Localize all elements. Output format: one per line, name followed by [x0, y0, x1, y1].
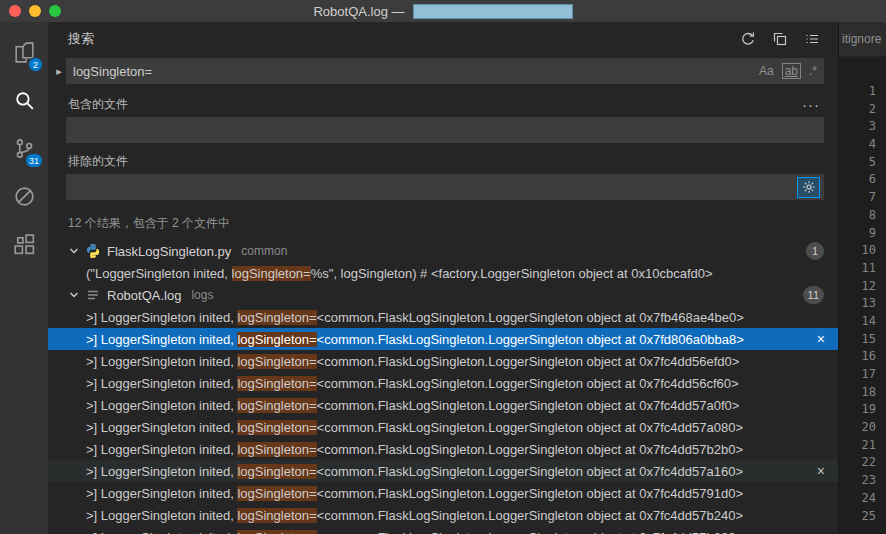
activity-badge: 2 — [28, 57, 43, 72]
regex-toggle[interactable]: .* — [809, 64, 817, 78]
line-number: 11 — [839, 260, 886, 278]
match-row[interactable]: >] LoggerSingleton inited, logSingleton=… — [48, 416, 838, 438]
match-highlight: logSingleton= — [237, 508, 316, 523]
line-number: 4 — [839, 136, 886, 154]
redacted-title-segment — [413, 4, 573, 19]
close-icon[interactable]: × — [817, 460, 825, 482]
editor-tab-gitignore[interactable]: itignore — [839, 22, 886, 57]
match-row[interactable]: >] LoggerSingleton inited, logSingleton=… — [48, 460, 838, 482]
match-count-badge: 11 — [803, 286, 824, 304]
close-window-button[interactable] — [9, 5, 21, 17]
activity-item-source-control[interactable]: 31 — [0, 124, 48, 172]
file-row[interactable]: RobotQA.loglogs11 — [48, 284, 838, 306]
results-tree: FlaskLogSingleton.pycommon1("LoggerSingl… — [48, 240, 838, 534]
panel-title: 搜索 — [68, 30, 94, 48]
activity-item-explorer[interactable]: 2 — [0, 28, 48, 76]
line-number: 20 — [839, 419, 886, 437]
search-input[interactable]: logSingleton= Aa ab .* — [66, 58, 824, 84]
file-dir: common — [241, 244, 287, 258]
match-count-badge: 1 — [806, 242, 824, 260]
match-text: >] LoggerSingleton inited, logSingleton=… — [86, 530, 743, 534]
line-number: 7 — [839, 189, 886, 207]
search-query-row: ▸ logSingleton= Aa ab .* — [48, 56, 838, 88]
line-number: 5 — [839, 154, 886, 172]
line-number: 22 — [839, 454, 886, 472]
line-number: 21 — [839, 437, 886, 455]
line-number: 10 — [839, 242, 886, 260]
include-files-input[interactable] — [66, 117, 824, 143]
match-highlight: logSingleton= — [237, 354, 316, 369]
breadcrumbs — [839, 57, 886, 81]
match-case-toggle[interactable]: Aa — [759, 64, 774, 78]
chevron-down-icon[interactable] — [66, 243, 82, 259]
activity-item-extensions[interactable] — [0, 220, 48, 268]
editor-tab-label: itignore — [842, 32, 881, 46]
match-text: >] LoggerSingleton inited, logSingleton=… — [86, 354, 739, 369]
file-name: RobotQA.log — [107, 288, 181, 303]
open-in-editor-icon[interactable] — [772, 31, 788, 47]
match-highlight: logSingleton= — [237, 310, 316, 325]
match-text: >] LoggerSingleton inited, logSingleton=… — [86, 332, 744, 347]
match-text: >] LoggerSingleton inited, logSingleton=… — [86, 442, 743, 457]
match-row[interactable]: >] LoggerSingleton inited, logSingleton=… — [48, 526, 838, 534]
match-highlight: logSingleton= — [237, 376, 316, 391]
match-text: >] LoggerSingleton inited, logSingleton=… — [86, 464, 743, 479]
traffic-lights — [9, 5, 61, 17]
titlebar: RobotQA.log — — [0, 0, 886, 22]
activity-bar: 231 — [0, 22, 48, 534]
match-highlight: logSingleton= — [237, 486, 316, 501]
exclude-files-row: 排除的文件 — [48, 145, 838, 172]
log-file-icon — [85, 287, 101, 303]
match-highlight: logSingleton= — [237, 332, 316, 347]
view-as-list-icon[interactable] — [804, 31, 820, 47]
line-number: 14 — [839, 313, 886, 331]
exclude-files-input[interactable] — [66, 174, 824, 200]
match-row[interactable]: >] LoggerSingleton inited, logSingleton=… — [48, 372, 838, 394]
match-row[interactable]: >] LoggerSingleton inited, logSingleton=… — [48, 394, 838, 416]
chevron-down-icon[interactable] — [66, 287, 82, 303]
match-highlight: logSingleton= — [232, 266, 311, 281]
line-number: 24 — [839, 490, 886, 508]
match-row[interactable]: >] LoggerSingleton inited, logSingleton=… — [48, 482, 838, 504]
whole-word-toggle[interactable]: ab — [782, 63, 801, 79]
match-row[interactable]: ("LoggerSingleton inited, logSingleton=%… — [48, 262, 838, 284]
match-text: >] LoggerSingleton inited, logSingleton=… — [86, 508, 743, 523]
search-panel: 搜索 ▸ logSingleton= — [48, 22, 838, 534]
results-summary: 12 个结果，包含于 2 个文件中 — [48, 202, 838, 234]
gear-icon — [802, 180, 816, 194]
refresh-icon[interactable] — [740, 31, 756, 47]
match-text: >] LoggerSingleton inited, logSingleton=… — [86, 486, 743, 501]
line-number: 2 — [839, 101, 886, 119]
match-highlight: logSingleton= — [237, 442, 316, 457]
line-number: 3 — [839, 118, 886, 136]
match-highlight: logSingleton= — [237, 420, 316, 435]
match-row[interactable]: >] LoggerSingleton inited, logSingleton=… — [48, 328, 838, 350]
match-row[interactable]: >] LoggerSingleton inited, logSingleton=… — [48, 306, 838, 328]
search-panel-header: 搜索 — [48, 22, 838, 56]
line-number: 16 — [839, 348, 886, 366]
toggle-replace-icon[interactable]: ▸ — [52, 65, 66, 78]
toggle-details-button[interactable]: ··· — [802, 101, 820, 109]
match-text: >] LoggerSingleton inited, logSingleton=… — [86, 310, 744, 325]
activity-item-search[interactable] — [0, 76, 48, 124]
match-row[interactable]: >] LoggerSingleton inited, logSingleton=… — [48, 438, 838, 460]
zoom-window-button[interactable] — [49, 5, 61, 17]
line-number: 6 — [839, 171, 886, 189]
activity-item-debug[interactable] — [0, 172, 48, 220]
python-file-icon — [85, 243, 101, 259]
use-exclude-settings-toggle[interactable] — [797, 177, 820, 198]
editor-area: itignore 1234567891011121314151617181920… — [838, 22, 886, 534]
match-text: >] LoggerSingleton inited, logSingleton=… — [86, 398, 739, 413]
match-row[interactable]: >] LoggerSingleton inited, logSingleton=… — [48, 350, 838, 372]
include-files-row: 包含的文件 ··· — [48, 88, 838, 115]
window-title: RobotQA.log — — [0, 4, 886, 19]
close-icon[interactable]: × — [817, 328, 825, 350]
line-number-gutter[interactable]: 1234567891011121314151617181920212223242… — [839, 81, 886, 534]
exclude-files-label: 排除的文件 — [68, 153, 128, 170]
minimize-window-button[interactable] — [29, 5, 41, 17]
file-row[interactable]: FlaskLogSingleton.pycommon1 — [48, 240, 838, 262]
search-query-value: logSingleton= — [73, 64, 759, 79]
match-row[interactable]: >] LoggerSingleton inited, logSingleton=… — [48, 504, 838, 526]
match-text: ("LoggerSingleton inited, logSingleton=%… — [86, 266, 713, 281]
line-number: 17 — [839, 366, 886, 384]
